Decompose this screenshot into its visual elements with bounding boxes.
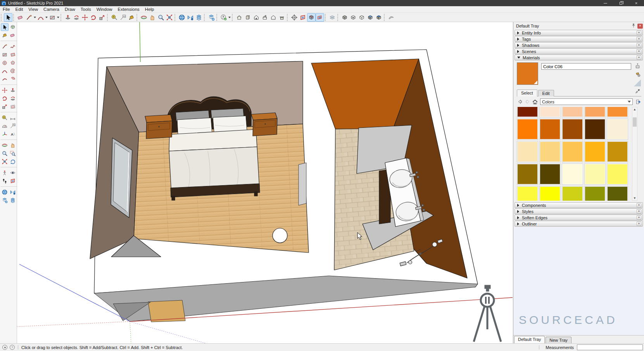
scale-tool-button[interactable]: [1, 103, 9, 110]
color-swatch[interactable]: [562, 107, 583, 117]
toolbar-grip[interactable]: [384, 14, 386, 21]
tape-measure-tool-button[interactable]: [1, 114, 9, 122]
paint-bucket-button[interactable]: [127, 13, 136, 22]
text-tool-button[interactable]: A1: [9, 122, 17, 130]
drawing-viewport[interactable]: [17, 22, 513, 343]
move-tool-button[interactable]: [1, 86, 9, 94]
color-swatch[interactable]: [584, 107, 606, 117]
protractor-tool-button[interactable]: [1, 122, 9, 130]
color-swatch[interactable]: [584, 186, 606, 201]
set-default-material-icon[interactable]: [634, 79, 641, 86]
toolbar-grip[interactable]: [136, 14, 138, 21]
hidden-line-button[interactable]: [357, 13, 366, 22]
toolbar-grip[interactable]: [13, 14, 15, 21]
menu-help[interactable]: Help: [142, 7, 157, 12]
3d-warehouse-button[interactable]: [178, 13, 186, 22]
toolbar-grip[interactable]: [174, 14, 176, 21]
pie-2-tool-button[interactable]: [9, 75, 17, 83]
restore-button[interactable]: [613, 0, 628, 6]
panel-header-shadows[interactable]: Shadows×: [515, 42, 643, 48]
view-top-button[interactable]: [261, 13, 269, 22]
share-model-button[interactable]: [186, 13, 195, 22]
color-swatch[interactable]: [517, 186, 538, 201]
rotate-tool-button[interactable]: [1, 95, 9, 102]
select-button[interactable]: [4, 13, 12, 22]
polygon-tool-button[interactable]: [9, 59, 17, 67]
sign-in-dropdown-caret[interactable]: [228, 13, 231, 22]
color-swatch[interactable]: [562, 119, 583, 140]
rotate-button[interactable]: [89, 13, 98, 22]
3d-text-tool-button[interactable]: A: [9, 130, 17, 138]
panel-close-icon[interactable]: ×: [637, 215, 641, 220]
shaded-button[interactable]: [366, 13, 375, 22]
details-arrow-icon[interactable]: [635, 99, 641, 105]
palette-scrollbar[interactable]: ▲ ▼: [632, 107, 637, 201]
panel-header-styles[interactable]: Styles×: [515, 208, 643, 214]
scroll-thumb[interactable]: [633, 117, 637, 127]
look-around-tool-button[interactable]: [9, 169, 17, 177]
panel-close-icon[interactable]: ×: [637, 49, 641, 53]
color-swatch[interactable]: [607, 141, 628, 162]
panel-header-soften-edges[interactable]: Soften Edges×: [515, 215, 643, 220]
toolbar-grip[interactable]: [107, 14, 109, 21]
scroll-down-icon[interactable]: ▼: [633, 196, 637, 200]
color-swatch[interactable]: [539, 163, 561, 185]
tape-measure-button[interactable]: [110, 13, 119, 22]
orbit-button[interactable]: [140, 13, 148, 22]
color-swatch[interactable]: [517, 141, 538, 162]
color-swatch[interactable]: [607, 119, 628, 140]
menu-window[interactable]: Window: [94, 7, 115, 12]
arc-button[interactable]: [36, 13, 45, 22]
home-icon[interactable]: [532, 99, 538, 105]
rotated-rectangle-tool-button[interactable]: [9, 51, 17, 58]
extension-warehouse-tool-button[interactable]: [1, 196, 9, 204]
panel-header-entity-info[interactable]: Entity Info×: [515, 30, 643, 36]
sign-in-button[interactable]: [219, 13, 228, 22]
create-material-icon[interactable]: [635, 71, 641, 78]
wall-mirror[interactable]: [111, 138, 132, 218]
view-iso-button[interactable]: [235, 13, 243, 22]
color-swatch[interactable]: [607, 163, 628, 185]
color-swatch[interactable]: [562, 141, 583, 162]
panel-close-icon[interactable]: ×: [637, 209, 641, 213]
arc-3pt-tool-button[interactable]: [1, 75, 9, 83]
help-icon[interactable]: ?: [10, 345, 15, 350]
materials-tab-edit[interactable]: Edit: [538, 90, 554, 96]
display-section-cuts-button[interactable]: [307, 13, 316, 22]
move-button[interactable]: [81, 13, 89, 22]
toolbar-grip[interactable]: [216, 14, 218, 21]
color-swatch[interactable]: [539, 119, 561, 140]
push-pull-tool-button[interactable]: [9, 86, 17, 94]
share-component-tool-button[interactable]: [9, 196, 17, 204]
display-section-planes-button[interactable]: [316, 13, 324, 22]
scroll-up-icon[interactable]: ▲: [633, 108, 637, 111]
color-swatch[interactable]: [517, 107, 538, 117]
zoom-previous-tool-button[interactable]: [9, 158, 17, 165]
view-box-button[interactable]: [243, 13, 252, 22]
minimize-button[interactable]: [597, 0, 613, 6]
panel-close-icon[interactable]: ×: [637, 31, 641, 35]
share-component-button[interactable]: [195, 13, 203, 22]
position-camera-tool-button[interactable]: [1, 169, 9, 177]
share-model-tool-button[interactable]: [9, 188, 17, 196]
geolocation-icon[interactable]: [2, 345, 7, 350]
pan-button[interactable]: [148, 13, 157, 22]
sample-paint-icon[interactable]: [635, 88, 641, 95]
panel-header-tags[interactable]: Tags×: [515, 36, 643, 42]
arc-tool-button[interactable]: [1, 67, 9, 75]
bed[interactable]: [168, 96, 260, 200]
freehand-tool-button[interactable]: [9, 43, 17, 50]
pie-tool-button[interactable]: [9, 67, 17, 75]
arc-dropdown-caret[interactable]: [45, 13, 48, 22]
view-front-button[interactable]: [252, 13, 261, 22]
menu-extensions[interactable]: Extensions: [115, 7, 142, 12]
color-swatch[interactable]: [584, 141, 606, 162]
offset-tool-button[interactable]: [9, 103, 17, 110]
menu-draw[interactable]: Draw: [62, 7, 78, 12]
view-right-button[interactable]: [278, 13, 286, 22]
toolbar-grip[interactable]: [204, 14, 206, 21]
x-ray-button[interactable]: [328, 13, 337, 22]
toolbar-grip[interactable]: [60, 14, 62, 21]
section-plane-tool-button[interactable]: [9, 177, 17, 185]
display-secondary-pane-icon[interactable]: [635, 63, 641, 70]
